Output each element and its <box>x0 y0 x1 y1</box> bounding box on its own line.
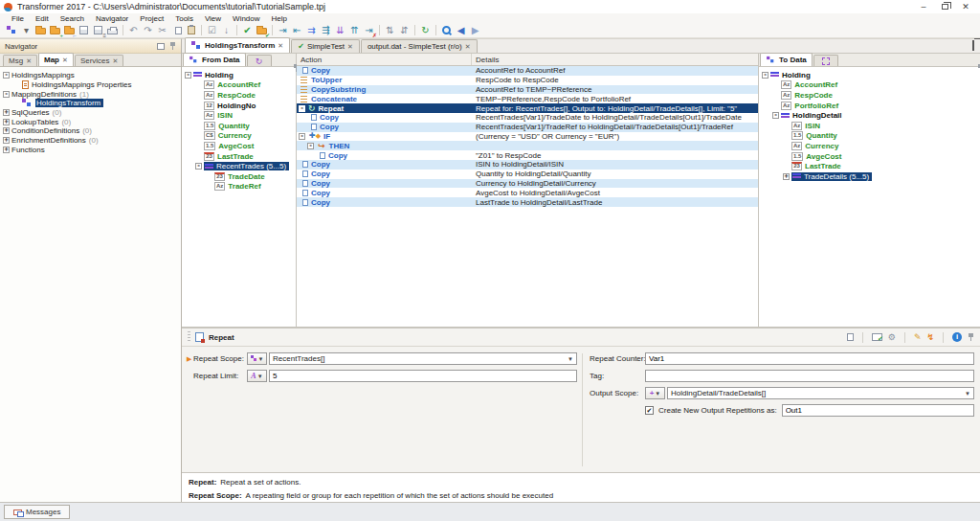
download-button[interactable]: ↓ <box>220 24 233 37</box>
messages-tab[interactable]: Messages <box>4 505 70 519</box>
restore-button[interactable] <box>934 1 955 13</box>
table-row[interactable]: CopyQuantity to HoldingDetail/Quantity <box>297 170 758 179</box>
tab-services[interactable]: Services✕ <box>75 55 124 66</box>
float-window-icon[interactable] <box>157 43 165 50</box>
menu-navigator[interactable]: Navigator <box>90 14 134 23</box>
repeat-scope-combobox[interactable]: RecentTrades[]▼ <box>269 352 577 365</box>
repeat-limit-type-selector[interactable]: A▼ <box>247 370 267 382</box>
repeat-counter-input[interactable] <box>645 352 974 365</box>
menu-tools[interactable]: Tools <box>169 14 199 23</box>
repeat-limit-input[interactable] <box>269 370 577 382</box>
restore-document-icon[interactable] <box>972 40 974 51</box>
expand-icon[interactable]: + <box>783 173 790 180</box>
table-row[interactable]: -✚◆IF(Currency = "USD" OR Currency = "EU… <box>297 132 758 142</box>
close-icon[interactable]: ✕ <box>113 57 119 65</box>
create-new-repetitions-input[interactable] <box>782 404 974 417</box>
table-row[interactable]: ToUpperRespCode to RespCode <box>297 76 758 85</box>
tag-input[interactable] <box>645 370 974 382</box>
gear-icon[interactable]: ⚙ <box>888 332 896 342</box>
copy-button[interactable] <box>170 24 183 37</box>
create-new-repetitions-checkbox[interactable]: ✔ <box>645 406 654 415</box>
tree-item[interactable]: AzPortfolioRef <box>759 101 980 111</box>
collapse-icon[interactable]: - <box>762 72 768 79</box>
menu-help[interactable]: Help <box>266 14 293 23</box>
menu-window[interactable]: Window <box>227 14 265 23</box>
repeat-scope-type-selector[interactable]: ▼ <box>247 352 267 365</box>
tree-item[interactable]: AzRespCode <box>759 90 980 101</box>
lightning-icon[interactable]: ↯ <box>926 332 934 342</box>
tree-item[interactable]: 12HoldingNo <box>182 101 296 111</box>
new-dropdown[interactable]: ▾ <box>20 24 33 37</box>
table-row[interactable]: -↪THEN <box>297 141 758 150</box>
table-row[interactable]: Copy"Z01" to RespCode <box>297 150 758 160</box>
test-monitor-icon[interactable] <box>872 333 882 341</box>
tree-item[interactable]: +Functions <box>0 146 181 155</box>
tree-item[interactable]: -Holding <box>182 70 296 80</box>
menu-project[interactable]: Project <box>134 14 169 23</box>
back-button[interactable]: ◀ <box>455 24 467 37</box>
tree-item[interactable]: AzTradeRef <box>182 182 296 193</box>
tree-item[interactable]: +TradeDetails (5...5) <box>759 171 980 182</box>
tree-item[interactable]: +SqlQueries(0) <box>0 108 181 118</box>
collapse-icon[interactable]: - <box>299 105 305 112</box>
info-icon[interactable]: i <box>952 332 962 342</box>
expand-icon[interactable]: + <box>3 109 10 116</box>
tree-item[interactable]: -HoldingsMappings <box>0 71 181 80</box>
tree-item[interactable]: HoldingsMappings Properties <box>0 80 181 90</box>
table-row[interactable]: CopyISIN to HoldingDetail/ISIN <box>297 160 758 170</box>
tree-item[interactable]: -RecentTrades (5...5) <box>182 161 296 171</box>
table-row[interactable]: CopyCurrency to HoldingDetail/Currency <box>297 179 758 189</box>
tree-item[interactable]: AzCurrency <box>759 141 980 151</box>
tree-item[interactable]: AzAccountRef <box>182 80 296 91</box>
tree-item[interactable]: AzRespCode <box>182 90 296 101</box>
tree-item[interactable]: 23LastTrade <box>182 151 296 162</box>
paste-button[interactable] <box>185 24 197 37</box>
close-icon[interactable]: ✕ <box>465 43 471 51</box>
tab-to-data[interactable]: To Data <box>760 53 813 66</box>
tab-map[interactable]: Map✕ <box>38 53 74 66</box>
document-tab[interactable]: ✔SimpleTest✕ <box>291 39 360 53</box>
sort-desc-button[interactable]: ⇵ <box>398 24 411 37</box>
task-check-button[interactable]: ☑ <box>206 24 218 37</box>
open-folder-button[interactable] <box>34 24 47 37</box>
new-folder-button[interactable]: + <box>49 24 61 37</box>
report-icon[interactable] <box>847 333 854 341</box>
tree-item[interactable]: 1.5Quantity <box>182 121 296 131</box>
tree-item[interactable]: 23TradeDate <box>182 171 296 182</box>
transform-child-button[interactable]: ⇤ <box>291 24 303 37</box>
transform-import-button[interactable]: ⇊ <box>334 24 346 37</box>
collapse-icon[interactable]: - <box>195 163 202 170</box>
sort-asc-button[interactable]: ⇅ <box>384 24 396 37</box>
tree-item[interactable]: 1.5Quantity <box>759 131 980 142</box>
undo-button[interactable]: ↶ <box>127 24 140 37</box>
table-row[interactable]: -↻RepeatRepeat for: RecentTrades[], Outp… <box>297 103 758 113</box>
print-button[interactable] <box>106 24 119 37</box>
close-icon[interactable]: ✕ <box>26 57 32 65</box>
close-button[interactable]: ✕ <box>955 1 976 13</box>
transform-delete-button[interactable]: ⇥✗ <box>363 24 375 37</box>
pin-icon[interactable] <box>968 333 974 342</box>
close-icon[interactable]: ✕ <box>347 43 353 51</box>
output-scope-type-selector[interactable]: +▼ <box>645 387 665 399</box>
tree-item[interactable]: AzISIN <box>182 110 296 121</box>
table-row[interactable]: CopyAccountRef to AccountRef <box>297 66 758 76</box>
tree-item[interactable]: 23LastTrade <box>759 161 980 171</box>
tree-item[interactable]: C$Currency <box>182 131 296 142</box>
tree-item[interactable]: +EnrichmentDefinitions(0) <box>0 136 181 146</box>
transform-edit-button[interactable]: ⇉ <box>305 24 318 37</box>
import-folder-button[interactable]: ← <box>63 24 76 37</box>
pin-icon[interactable] <box>169 42 176 51</box>
tree-item[interactable]: HoldingsTransform <box>0 99 181 108</box>
tab-refresh-structure[interactable]: ↻ <box>247 55 272 66</box>
details-column-header[interactable]: Details <box>472 54 758 65</box>
action-column-header[interactable]: Action <box>297 54 472 65</box>
tree-item[interactable]: -Holding <box>759 70 980 80</box>
drag-grip[interactable] <box>188 331 190 343</box>
tree-item[interactable]: 1.5AvgeCost <box>182 141 296 151</box>
forward-button[interactable]: ▶ <box>469 24 481 37</box>
tree-item[interactable]: -HoldingDetail <box>759 110 980 121</box>
document-tab[interactable]: HoldingsTransform✕ <box>185 37 290 53</box>
collapse-icon[interactable]: - <box>772 112 779 119</box>
document-tab[interactable]: output.dat - SimpleTest (r/o)✕ <box>361 39 478 53</box>
table-row[interactable]: CopyLastTrade to HoldingDetail/LastTrade <box>297 197 758 207</box>
